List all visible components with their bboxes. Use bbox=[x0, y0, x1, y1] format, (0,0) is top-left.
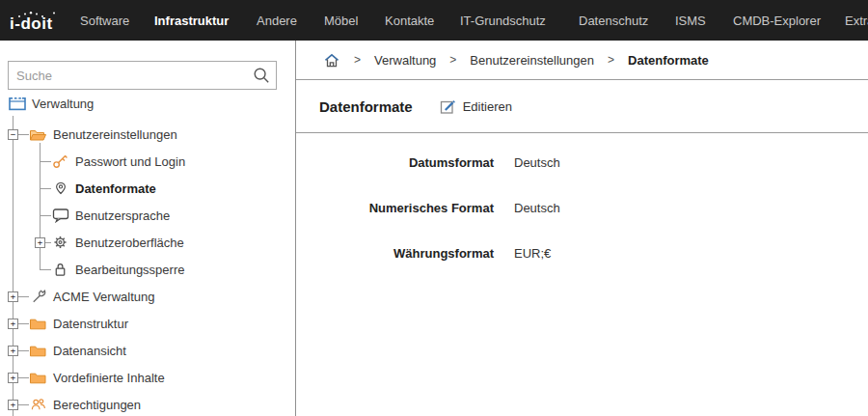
tree-item-label: Benutzereinstellungen bbox=[53, 127, 177, 142]
sidebar: Verwaltung − Benutzereinstellungen bbox=[0, 41, 295, 416]
i-doit-app: i-doit Software Infrastruktur Andere Möb… bbox=[0, 0, 868, 416]
tree-item-label: Passwort und Login bbox=[75, 154, 185, 169]
field-label: Datumsformat bbox=[296, 155, 494, 170]
map-pin-icon bbox=[51, 180, 69, 196]
users-icon bbox=[29, 397, 47, 412]
field-value: EUR;€ bbox=[514, 246, 551, 261]
tree-item-benutzereinstellungen[interactable]: − Benutzereinstellungen bbox=[0, 126, 177, 142]
breadcrumb-item-verwaltung[interactable]: Verwaltung bbox=[374, 53, 436, 68]
tree-item-bearbeitungssperre[interactable]: Bearbeitungssperre bbox=[0, 262, 184, 277]
key-icon bbox=[51, 153, 69, 169]
nav-item-isms[interactable]: ISMS bbox=[675, 0, 706, 41]
main-panel: > Verwaltung > Benutzereinstellungen > D… bbox=[296, 41, 868, 416]
tree-item-label: Benutzeroberfläche bbox=[75, 236, 184, 250]
wrench-icon bbox=[29, 289, 47, 304]
tree-item-label: Benutzersprache bbox=[75, 208, 170, 223]
tree-item-label: Datenformate bbox=[75, 181, 156, 196]
breadcrumb: > Verwaltung > Benutzereinstellungen > D… bbox=[296, 41, 868, 80]
edit-button[interactable]: Editieren bbox=[440, 98, 512, 115]
breadcrumb-separator: > bbox=[449, 53, 456, 67]
tree-item-datenansicht[interactable]: + Datenansicht bbox=[0, 343, 126, 358]
tree-expander-expand[interactable]: + bbox=[8, 291, 18, 302]
tree-item-vordefinierte-inhalte[interactable]: + Vordefinierte Inhalte bbox=[0, 370, 165, 385]
nav-item-software[interactable]: Software bbox=[80, 0, 129, 41]
nav-item-it-grundschutz[interactable]: IT-Grundschutz bbox=[460, 0, 546, 41]
window-icon bbox=[8, 96, 26, 111]
breadcrumb-item-datenformate: Datenformate bbox=[628, 53, 709, 68]
folder-icon bbox=[29, 343, 47, 358]
tree-item-label: Verwaltung bbox=[32, 97, 94, 111]
sidebar-tree: Verwaltung − Benutzereinstellungen bbox=[0, 41, 295, 416]
field-label: Numerisches Format bbox=[296, 201, 494, 215]
field-row-numerisches-format: Numerisches Format Deutsch bbox=[296, 199, 868, 217]
tree-item-datenstruktur[interactable]: + Datenstruktur bbox=[0, 316, 128, 331]
nav-item-andere[interactable]: Andere bbox=[257, 0, 297, 41]
nav-item-extras[interactable]: Extras bbox=[845, 0, 868, 41]
app-logo[interactable]: i-doit bbox=[10, 3, 68, 40]
top-navbar: i-doit Software Infrastruktur Andere Möb… bbox=[0, 0, 868, 41]
nav-item-cmdb-explorer[interactable]: CMDB-Explorer bbox=[733, 0, 821, 41]
field-row-waehrungsformat: Währungsformat EUR;€ bbox=[296, 244, 868, 263]
tree-item-berechtigungen[interactable]: + Berechtigungen bbox=[0, 397, 141, 412]
folder-icon bbox=[29, 316, 47, 331]
field-row-datumsformat: Datumsformat Deutsch bbox=[296, 153, 868, 172]
nav-item-infrastruktur[interactable]: Infrastruktur bbox=[154, 0, 229, 41]
tree-item-benutzeroberflaeche[interactable]: + Benutzeroberfläche bbox=[0, 235, 184, 250]
tree-item-passwort-und-login[interactable]: Passwort und Login bbox=[0, 153, 185, 169]
folder-icon bbox=[29, 370, 47, 385]
tree-expander-expand[interactable]: + bbox=[8, 400, 18, 410]
tree-item-benutzersprache[interactable]: Benutzersprache bbox=[0, 208, 170, 223]
tree-expander-expand[interactable]: + bbox=[35, 237, 45, 248]
tree-expander-expand[interactable]: + bbox=[8, 319, 18, 329]
tree-item-label: Berechtigungen bbox=[53, 398, 141, 412]
gear-icon bbox=[51, 235, 69, 250]
field-label: Währungsformat bbox=[296, 246, 494, 261]
tree-expander-collapse[interactable]: − bbox=[8, 129, 18, 140]
field-value: Deutsch bbox=[514, 155, 560, 170]
logo-text: i-doit bbox=[10, 14, 53, 34]
tree-expander-expand[interactable]: + bbox=[8, 346, 18, 356]
title-bar: Datenformate Editieren bbox=[296, 80, 868, 133]
speech-bubble-icon bbox=[51, 208, 69, 223]
field-value: Deutsch bbox=[514, 201, 560, 215]
breadcrumb-separator: > bbox=[354, 53, 361, 67]
tree-expander-expand[interactable]: + bbox=[8, 373, 18, 383]
tree-item-acme-verwaltung[interactable]: + ACME Verwaltung bbox=[0, 289, 155, 304]
tree-item-label: Bearbeitungssperre bbox=[75, 263, 184, 277]
data-format-form: Datumsformat Deutsch Numerisches Format … bbox=[296, 133, 868, 263]
nav-item-moebel[interactable]: Möbel bbox=[324, 0, 358, 41]
tree-item-label: ACME Verwaltung bbox=[53, 290, 155, 304]
tree-item-verwaltung[interactable]: Verwaltung bbox=[0, 96, 94, 111]
breadcrumb-item-benutzereinstellungen[interactable]: Benutzereinstellungen bbox=[470, 53, 594, 68]
tree-item-datenformate[interactable]: Datenformate bbox=[0, 180, 156, 196]
edit-button-label: Editieren bbox=[463, 99, 512, 114]
breadcrumb-separator: > bbox=[608, 53, 614, 67]
sidebar-divider bbox=[295, 41, 296, 416]
nav-item-datenschutz[interactable]: Datenschutz bbox=[579, 0, 648, 41]
tree-item-label: Datenstruktur bbox=[53, 317, 128, 331]
page-title: Datenformate bbox=[319, 98, 413, 115]
folder-open-icon bbox=[29, 126, 47, 142]
edit-pencil-icon bbox=[440, 98, 456, 115]
tree-item-label: Datenansicht bbox=[53, 344, 126, 358]
home-icon[interactable] bbox=[323, 52, 340, 69]
tree-item-label: Vordefinierte Inhalte bbox=[53, 371, 165, 385]
nav-item-kontakte[interactable]: Kontakte bbox=[385, 0, 434, 41]
lock-icon bbox=[51, 262, 69, 277]
